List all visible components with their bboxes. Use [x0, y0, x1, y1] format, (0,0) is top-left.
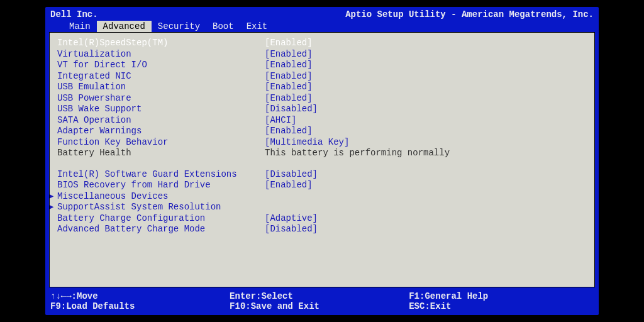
bios-header: Dell Inc. Aptio Setup Utility - American…: [45, 7, 599, 19]
setting-row[interactable]: Intel(R) Software Guard Extensions[Disab…: [57, 169, 587, 180]
setting-row[interactable]: Advanced Battery Charge Mode[Disabled]: [57, 224, 587, 235]
tab-security[interactable]: Security: [152, 21, 206, 32]
setting-value: [Disabled]: [265, 104, 318, 115]
footer: ↑↓←→:Move Enter:Select F1:General Help F…: [45, 290, 599, 315]
setting-row[interactable]: SATA Operation[AHCI]: [57, 115, 587, 126]
setting-label: Battery Health: [57, 148, 265, 159]
setting-value: [Enabled]: [265, 82, 313, 93]
setting-value: [Multimedia Key]: [265, 137, 349, 148]
setting-value: [Enabled]: [265, 49, 313, 60]
setting-value: [AHCI]: [265, 115, 296, 126]
setting-value: [Enabled]: [265, 71, 313, 82]
setting-value: [Disabled]: [265, 224, 318, 235]
setting-row[interactable]: VT for Direct I/O[Enabled]: [57, 60, 587, 71]
setting-label: ▶SupportAssist System Resolution: [57, 202, 265, 213]
setting-label: Advanced Battery Charge Mode: [57, 224, 265, 235]
setting-row[interactable]: USB Emulation[Enabled]: [57, 82, 587, 93]
vendor-label: Dell Inc.: [50, 9, 98, 19]
hint-move: ↑↓←→:Move: [50, 291, 230, 301]
bios-screen: Dell Inc. Aptio Setup Utility - American…: [45, 7, 599, 315]
setting-row[interactable]: ▶SupportAssist System Resolution: [57, 202, 587, 213]
setting-label: Intel(R) Software Guard Extensions: [57, 169, 265, 180]
setting-row[interactable]: Adapter Warnings[Enabled]: [57, 126, 587, 137]
setting-row[interactable]: Integrated NIC[Enabled]: [57, 71, 587, 82]
setting-row[interactable]: Function Key Behavior[Multimedia Key]: [57, 137, 587, 148]
hint-exit: ESC:Exit: [409, 301, 588, 311]
setting-row[interactable]: USB Powershare[Enabled]: [57, 93, 587, 104]
footer-row-2: F9:Load Defaults F10:Save and Exit ESC:E…: [50, 301, 594, 311]
setting-label: USB Wake Support: [57, 104, 265, 115]
setting-row[interactable]: Virtualization[Enabled]: [57, 49, 587, 60]
setting-label: USB Emulation: [57, 82, 265, 93]
setting-label: Function Key Behavior: [57, 137, 265, 148]
submenu-arrow-icon: ▶: [49, 191, 57, 203]
settings-panel: Intel(R)SpeedStep(TM)[Enabled]Virtualiza…: [49, 32, 595, 287]
setting-row[interactable]: Battery Charge Configuration[Adaptive]: [57, 213, 587, 225]
utility-label: Aptio Setup Utility - American Megatrend…: [345, 9, 594, 19]
tab-main[interactable]: Main: [63, 21, 97, 32]
spacer: [57, 159, 587, 169]
setting-value: [Enabled]: [265, 93, 313, 104]
setting-label: Virtualization: [57, 49, 265, 60]
setting-value: [Enabled]: [265, 180, 313, 191]
hint-select: Enter:Select: [230, 291, 409, 301]
footer-row-1: ↑↓←→:Move Enter:Select F1:General Help: [50, 291, 594, 301]
tab-bar: Main Advanced Security Boot Exit: [45, 19, 599, 32]
setting-label: BIOS Recovery from Hard Drive: [57, 180, 265, 191]
tab-boot[interactable]: Boot: [206, 21, 240, 32]
setting-label: Integrated NIC: [57, 71, 265, 82]
setting-value: [Adaptive]: [265, 213, 318, 225]
setting-value: This battery is performing normally: [265, 148, 450, 159]
setting-label: ▶Miscellaneous Devices: [57, 191, 265, 203]
setting-label: Intel(R)SpeedStep(TM): [57, 38, 265, 49]
submenu-arrow-icon: ▶: [49, 202, 57, 213]
setting-row[interactable]: ▶Miscellaneous Devices: [57, 191, 587, 203]
setting-row[interactable]: BIOS Recovery from Hard Drive[Enabled]: [57, 180, 587, 191]
setting-row[interactable]: USB Wake Support[Disabled]: [57, 104, 587, 115]
setting-row[interactable]: Battery HealthThis battery is performing…: [57, 148, 587, 159]
setting-value: [Enabled]: [265, 38, 313, 49]
hint-save: F10:Save and Exit: [230, 301, 409, 311]
setting-row[interactable]: Intel(R)SpeedStep(TM)[Enabled]: [57, 38, 587, 49]
setting-label: SATA Operation: [57, 115, 265, 126]
setting-label: Battery Charge Configuration: [57, 213, 265, 225]
setting-value: [Disabled]: [265, 169, 318, 180]
setting-value: [Enabled]: [265, 126, 313, 137]
tab-advanced[interactable]: Advanced: [97, 21, 152, 32]
setting-label: VT for Direct I/O: [57, 60, 265, 71]
setting-value: [Enabled]: [265, 60, 313, 71]
tab-exit[interactable]: Exit: [240, 21, 274, 32]
hint-help: F1:General Help: [409, 291, 588, 301]
setting-label: USB Powershare: [57, 93, 265, 104]
hint-defaults: F9:Load Defaults: [50, 301, 230, 311]
setting-label: Adapter Warnings: [57, 126, 265, 137]
